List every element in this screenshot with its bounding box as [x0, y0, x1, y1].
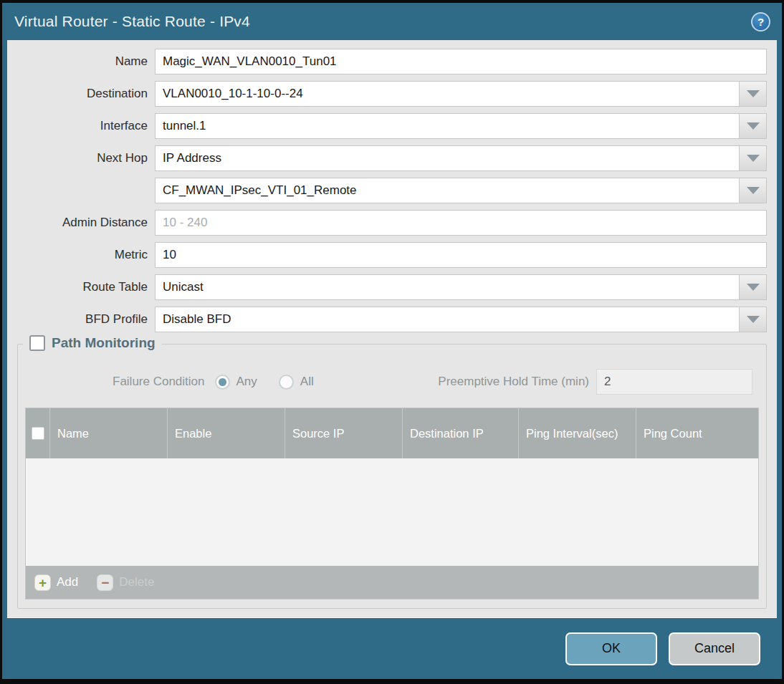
path-monitoring-table: Name Enable Source IP Destination IP Pin… — [25, 408, 759, 599]
bfd-profile-dropdown-button[interactable] — [739, 307, 766, 332]
next-hop-address-row — [17, 178, 767, 203]
interface-combo — [155, 113, 767, 139]
path-monitoring-legend: Path Monitoring — [23, 335, 162, 351]
next-hop-address-dropdown-button[interactable] — [739, 178, 766, 203]
cancel-button[interactable]: Cancel — [669, 632, 760, 665]
next-hop-row: Next Hop — [17, 145, 767, 171]
add-button[interactable]: + Add — [34, 574, 78, 591]
route-table-row: Route Table — [17, 274, 767, 300]
destination-input[interactable] — [156, 82, 739, 106]
path-monitoring-table-header: Name Enable Source IP Destination IP Pin… — [26, 408, 758, 458]
admin-distance-row: Admin Distance — [17, 210, 767, 236]
column-header-name[interactable]: Name — [50, 408, 168, 458]
next-hop-address-input[interactable] — [156, 178, 739, 203]
delete-button[interactable]: − Delete — [97, 574, 154, 591]
chevron-down-icon — [747, 155, 760, 162]
column-header-ping-count[interactable]: Ping Count — [636, 408, 758, 458]
failure-condition-row: Failure Condition Any All Preemptive Hol… — [25, 369, 759, 395]
bfd-profile-input[interactable] — [156, 307, 739, 332]
next-hop-dropdown-button[interactable] — [739, 146, 766, 170]
bfd-profile-label: BFD Profile — [17, 312, 155, 327]
destination-dropdown-button[interactable] — [739, 82, 766, 106]
bfd-profile-combo — [155, 307, 767, 332]
chevron-down-icon — [747, 122, 760, 130]
destination-row: Destination — [17, 81, 767, 107]
preemptive-hold-time-input[interactable] — [596, 369, 752, 395]
failure-condition-label: Failure Condition — [113, 375, 205, 389]
interface-dropdown-button[interactable] — [739, 114, 766, 138]
route-table-combo — [155, 274, 767, 300]
radio-all-label: All — [300, 375, 314, 389]
path-monitoring-checkbox[interactable] — [29, 335, 45, 351]
chevron-down-icon — [747, 187, 760, 194]
plus-icon: + — [34, 574, 51, 591]
next-hop-address-combo — [155, 178, 767, 203]
next-hop-combo — [155, 145, 767, 171]
radio-any-label: Any — [236, 375, 257, 389]
static-route-dialog: Virtual Router - Static Route - IPv4 ? N… — [0, 0, 784, 684]
admin-distance-label: Admin Distance — [17, 216, 155, 230]
route-table-dropdown-button[interactable] — [739, 275, 766, 299]
admin-distance-input[interactable] — [155, 210, 767, 236]
name-input[interactable] — [155, 49, 767, 74]
metric-input[interactable] — [155, 242, 767, 268]
preemptive-hold-time-label: Preemptive Hold Time (min) — [438, 375, 589, 389]
name-row: Name — [17, 49, 767, 74]
dialog-footer: OK Cancel — [2, 618, 782, 679]
interface-label: Interface — [17, 119, 155, 133]
radio-any[interactable] — [215, 375, 230, 390]
help-icon[interactable]: ? — [751, 12, 770, 32]
destination-combo — [155, 81, 767, 107]
destination-label: Destination — [17, 87, 155, 101]
chevron-down-icon — [747, 284, 760, 291]
dialog-title: Virtual Router - Static Route - IPv4 — [14, 13, 250, 30]
radio-all[interactable] — [279, 375, 294, 390]
select-all-checkbox[interactable] — [32, 427, 44, 440]
delete-button-label: Delete — [119, 575, 154, 589]
metric-label: Metric — [17, 248, 155, 262]
minus-icon: − — [97, 574, 113, 591]
name-label: Name — [17, 54, 155, 69]
path-monitoring-table-body — [26, 458, 758, 566]
failure-condition-any-option[interactable]: Any — [215, 375, 257, 390]
chevron-down-icon — [747, 316, 760, 323]
path-monitoring-group: Path Monitoring Failure Condition Any Al… — [17, 344, 767, 609]
column-header-destination-ip[interactable]: Destination IP — [403, 408, 519, 458]
route-table-label: Route Table — [17, 280, 155, 294]
metric-row: Metric — [17, 242, 767, 268]
column-header-ping-interval[interactable]: Ping Interval(sec) — [519, 408, 636, 458]
column-header-source-ip[interactable]: Source IP — [285, 408, 403, 458]
route-table-input[interactable] — [156, 275, 739, 299]
add-button-label: Add — [57, 575, 78, 589]
dialog-content: Name Destination Interface — [7, 40, 777, 618]
bfd-profile-row: BFD Profile — [17, 307, 767, 332]
interface-input[interactable] — [156, 114, 739, 138]
header-checkbox-cell — [26, 408, 50, 458]
path-monitoring-table-toolbar: + Add − Delete — [26, 566, 758, 599]
path-monitoring-title: Path Monitoring — [52, 335, 156, 351]
failure-condition-all-option[interactable]: All — [279, 375, 314, 390]
chevron-down-icon — [747, 90, 760, 97]
ok-button[interactable]: OK — [565, 632, 657, 665]
next-hop-input[interactable] — [156, 146, 739, 170]
next-hop-label: Next Hop — [17, 151, 155, 165]
title-bar: Virtual Router - Static Route - IPv4 ? — [2, 3, 782, 40]
column-header-enable[interactable]: Enable — [168, 408, 285, 458]
interface-row: Interface — [17, 113, 767, 139]
